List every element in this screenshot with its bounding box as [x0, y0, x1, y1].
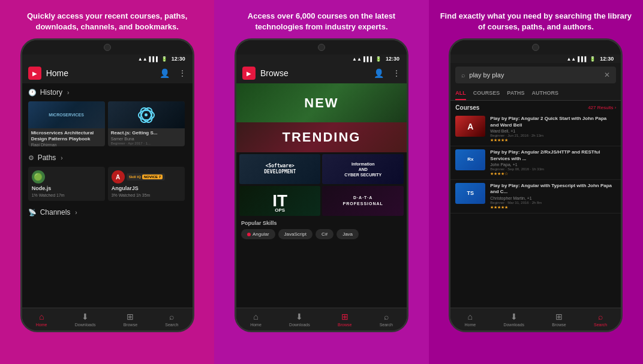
home-bottom-nav: ⌂ Home ⬇ Downloads ⊞ Browse ⌕ Search [22, 308, 193, 330]
browse-home-icon: ⌂ [253, 312, 258, 321]
nodejs-path-icon: 🟢 [32, 170, 45, 183]
search-courses-header: Courses 427 Results › [450, 101, 621, 113]
react-title: React.js: Getting S... [111, 130, 182, 136]
tab-all[interactable]: ALL [455, 87, 466, 100]
skill-chip-java[interactable]: Java [336, 229, 359, 239]
path-card-angularjs[interactable]: A Skill IQ NOVICE 7 AngularJS 3% Watched… [108, 167, 185, 201]
path-card-nodejs[interactable]: 🟢 Node.js 1% Watched 17m [28, 167, 105, 201]
result2-thumb: Rx [455, 149, 485, 170]
category-itops[interactable]: IT OPS [239, 186, 321, 216]
browse-search-icon: ⌕ [384, 312, 389, 321]
browse-nav-browse[interactable]: ⊞ Browse [338, 312, 351, 327]
search-query-text[interactable]: play by play [469, 71, 600, 79]
new-banner[interactable]: NEW [236, 83, 407, 122]
browse-app-header: ▶ Browse 👤 ⋮ [236, 63, 407, 83]
home-content: 🕐 History › MICROSERVICES Microservices … [22, 83, 193, 308]
skill-iq-badge: Skill IQ NOVICE 7 [127, 173, 165, 181]
react-author: Samer Buna [111, 137, 182, 141]
skill-chip-javascript[interactable]: JavaScript [278, 229, 313, 239]
search-nav-search[interactable]: ⌕ Search [594, 312, 607, 327]
result3-meta: Beginner · Mar 31, 2016 · 2h 8m [490, 201, 616, 204]
search-nav-home[interactable]: ⌂ Home [464, 312, 476, 327]
browse-content: NEW TRENDING <Software>DEVELOPMENT Infor… [236, 83, 407, 308]
result3-info: Play by Play: Angular with Typescript wi… [490, 183, 616, 210]
browse-header-title: Browse [260, 68, 365, 78]
browse-nav-search[interactable]: ⌕ Search [380, 312, 393, 327]
downloads-nav-label: Downloads [75, 323, 96, 327]
result3-author: Christopher Martin, +1 [490, 196, 616, 200]
microservices-author: Ragi Dhirman [31, 143, 102, 147]
result1-stars: ★★★★★ [490, 138, 616, 143]
search-search-label: Search [594, 323, 607, 327]
category-data[interactable]: D·A·T·APROFESSIONAL [322, 186, 404, 216]
history-arrow[interactable]: › [67, 89, 69, 96]
result1-meta: Beginner · Jun 21, 2016 · 2h 13m [490, 134, 616, 137]
browse-camera [318, 44, 325, 51]
nav-downloads[interactable]: ⬇ Downloads [75, 312, 96, 327]
nav-search[interactable]: ⌕ Search [165, 312, 178, 327]
pluralsight-logo: ▶ [28, 67, 41, 80]
home-account-icon[interactable]: 👤 [160, 68, 170, 78]
js-chip-label: JavaScript [284, 231, 307, 237]
history-cards: MICROSERVICES Microservices Architectura… [22, 99, 193, 149]
channels-arrow[interactable]: › [75, 209, 77, 216]
search-result-3[interactable]: TS Play by Play: Angular with Typescript… [450, 180, 621, 213]
home-header-title: Home [46, 68, 151, 78]
browse-panel: Access over 6,000 courses on the latest … [214, 0, 428, 364]
search-clear-icon[interactable]: ✕ [604, 71, 610, 79]
courses-count[interactable]: 427 Results › [588, 105, 616, 110]
home-camera [104, 44, 111, 51]
browse-status-icons: ▲▲ ▌▌▌ 🔋 12:30 [352, 56, 399, 62]
browse-wifi-icon: ▲▲ [352, 56, 362, 62]
course-card-microservices[interactable]: MICROSERVICES Microservices Architectura… [28, 101, 105, 146]
skill-chip-angular[interactable]: Angular [241, 229, 275, 239]
search-result-2[interactable]: Rx Play by Play: Angular 2/RxJS/HTTP and… [450, 146, 621, 180]
nav-browse[interactable]: ⊞ Browse [124, 312, 137, 327]
home-panel: Quickly access your recent courses, path… [0, 0, 214, 364]
skill-chips: Angular JavaScript C# Java [236, 227, 407, 241]
browse-status-bar: ▲▲ ▌▌▌ 🔋 12:30 [236, 55, 407, 63]
browse-browse-label: Browse [338, 323, 351, 327]
category-software[interactable]: <Software>DEVELOPMENT [239, 154, 321, 184]
tab-paths[interactable]: PATHS [507, 87, 524, 100]
nav-home[interactable]: ⌂ Home [36, 312, 47, 327]
paths-arrow[interactable]: › [61, 155, 62, 161]
browse-menu-icon[interactable]: ⋮ [392, 68, 401, 78]
trending-banner-label: TRENDING [283, 130, 361, 145]
result3-thumb: TS [455, 183, 485, 204]
search-status-bar: ▲▲ ▌▌▌ 🔋 12:30 [450, 55, 621, 63]
tab-courses[interactable]: COURSES [473, 87, 500, 100]
paths-section-header: ⚙ Paths › [22, 149, 193, 164]
browse-time: 12:30 [386, 56, 399, 62]
browse-browse-icon: ⊞ [341, 312, 348, 321]
search-nav-browse[interactable]: ⊞ Browse [552, 312, 566, 327]
microservices-title: Microservices Architectural Design Patte… [31, 130, 102, 142]
skill-iq-label: Skill IQ [129, 175, 141, 179]
channels-label: Channels [40, 208, 71, 216]
trending-banner[interactable]: TRENDING [236, 122, 407, 152]
browse-nav-downloads[interactable]: ⬇ Downloads [289, 312, 310, 327]
search-nav-downloads[interactable]: ⬇ Downloads [503, 312, 524, 327]
downloads-nav-icon: ⬇ [82, 312, 89, 321]
angular-chip-label: Angular [253, 231, 269, 237]
home-app-header: ▶ Home 👤 ⋮ [22, 63, 193, 83]
category-cybersec[interactable]: InformationANDCYBER SECURITY [322, 154, 404, 184]
search-nav-label: Search [165, 323, 178, 327]
tab-authors[interactable]: AUTHORS [532, 87, 559, 100]
search-nav-icon: ⌕ [169, 312, 174, 321]
angular-path-name: AngularJS [112, 185, 181, 191]
home-menu-icon[interactable]: ⋮ [178, 68, 187, 78]
browse-nav-home[interactable]: ⌂ Home [250, 312, 262, 327]
search-result-1[interactable]: A Play by Play: Angular 2 Quick Start wi… [450, 113, 621, 146]
browse-caption: Access over 6,000 courses on the latest … [220, 11, 422, 32]
browse-account-icon[interactable]: 👤 [374, 68, 384, 78]
browse-notch [236, 40, 407, 55]
history-section-header: 🕐 History › [22, 83, 193, 99]
search-downloads-label: Downloads [503, 323, 524, 327]
home-caption: Quickly access your recent courses, path… [6, 11, 208, 32]
search-bar[interactable]: ⌕ play by play ✕ [455, 67, 616, 83]
wifi-icon: ▲▲ [138, 56, 148, 62]
course-card-react[interactable]: React.js: Getting S... Samer Buna Beginn… [108, 101, 185, 146]
new-banner-label: NEW [304, 95, 338, 111]
skill-chip-csharp[interactable]: C# [316, 229, 333, 239]
